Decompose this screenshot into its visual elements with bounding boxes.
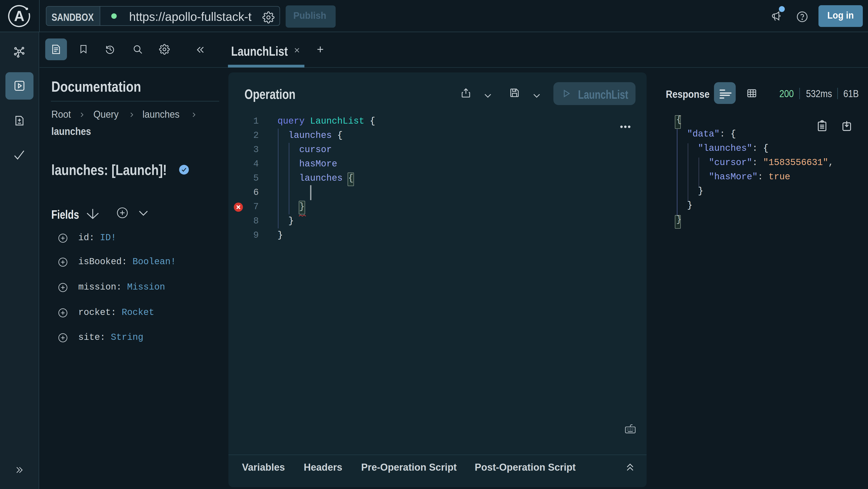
svg-text:A: A	[14, 8, 24, 24]
